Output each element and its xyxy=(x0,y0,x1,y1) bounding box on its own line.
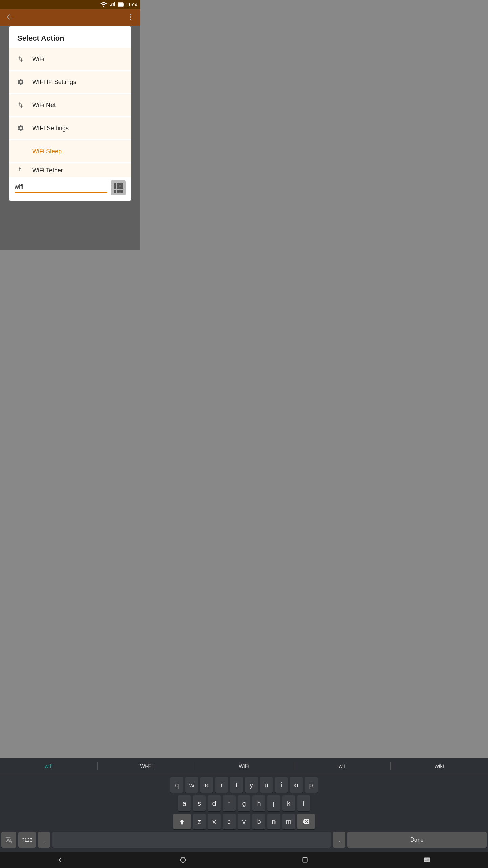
action-wifi-net[interactable]: WiFi Net xyxy=(9,94,131,116)
wifi-status-icon xyxy=(100,1,107,8)
action-wifi-settings[interactable]: WIFI Settings xyxy=(9,117,131,139)
action-wifi-tether-partial[interactable]: WiFi Tether xyxy=(9,163,131,177)
search-row xyxy=(9,177,131,195)
svg-point-4 xyxy=(130,16,131,18)
svg-point-5 xyxy=(130,19,131,20)
svg-rect-1 xyxy=(124,4,124,6)
signal-icon xyxy=(109,1,116,8)
wifi-sleep-label: WiFi Sleep xyxy=(32,148,62,155)
dialog-title: Select Action xyxy=(9,26,131,48)
status-time: 11:04 xyxy=(126,2,137,7)
search-input-wrap xyxy=(15,183,107,193)
more-options-button[interactable] xyxy=(127,13,135,23)
search-input[interactable] xyxy=(15,183,107,191)
wifi-label: WiFi xyxy=(32,56,44,63)
back-button[interactable] xyxy=(5,13,14,23)
app-bar xyxy=(0,9,140,26)
gear-icon-2 xyxy=(16,123,25,133)
status-bar: 11:04 xyxy=(0,0,140,9)
svg-rect-2 xyxy=(118,3,123,6)
wifi-tether-label: WiFi Tether xyxy=(32,167,63,174)
gear-icon-1 xyxy=(16,77,25,87)
svg-point-3 xyxy=(130,14,131,15)
transfer-icon-1 xyxy=(16,54,25,64)
transfer-icon-3 xyxy=(16,165,25,175)
action-wifi-sleep[interactable]: WiFi Sleep xyxy=(9,140,131,162)
wifi-net-label: WiFi Net xyxy=(32,102,56,109)
wifi-settings-label: WIFI Settings xyxy=(32,125,69,132)
wifi-ip-label: WIFI IP Settings xyxy=(32,79,76,86)
transfer-icon-2 xyxy=(16,100,25,110)
status-icons: 11:04 xyxy=(100,1,137,8)
action-wifi[interactable]: WiFi xyxy=(9,48,131,70)
grid-icon xyxy=(114,183,123,193)
grid-button[interactable] xyxy=(111,180,126,195)
action-wifi-ip[interactable]: WIFI IP Settings xyxy=(9,71,131,93)
select-action-dialog: Select Action WiFi WIFI IP Settings WiFi… xyxy=(9,26,131,201)
sleep-icon xyxy=(16,146,25,156)
battery-icon xyxy=(118,2,124,7)
